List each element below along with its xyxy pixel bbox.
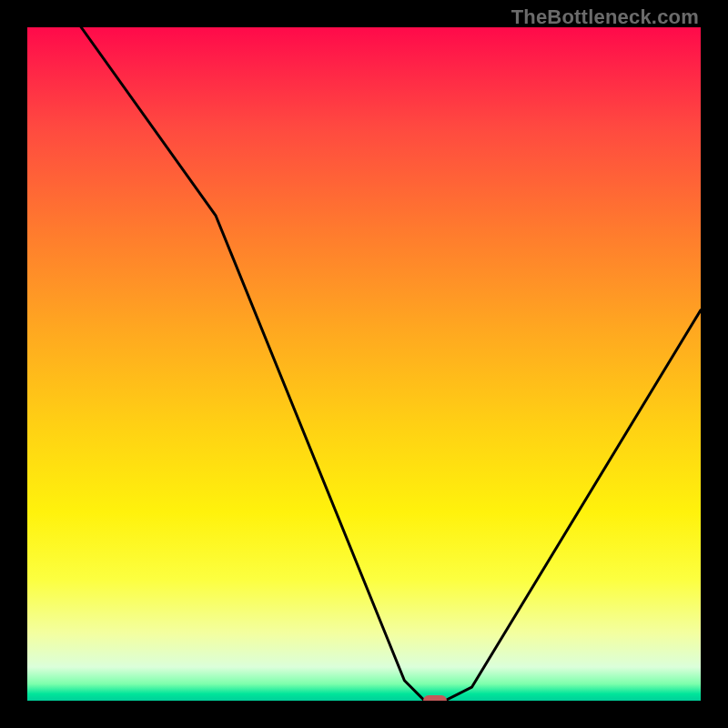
bottleneck-curve-path [81, 27, 701, 701]
watermark-text: TheBottleneck.com [511, 5, 699, 29]
optimal-point-marker [423, 695, 447, 701]
curve-layer [27, 27, 701, 701]
chart-frame: TheBottleneck.com [0, 0, 728, 728]
plot-area [27, 27, 701, 701]
